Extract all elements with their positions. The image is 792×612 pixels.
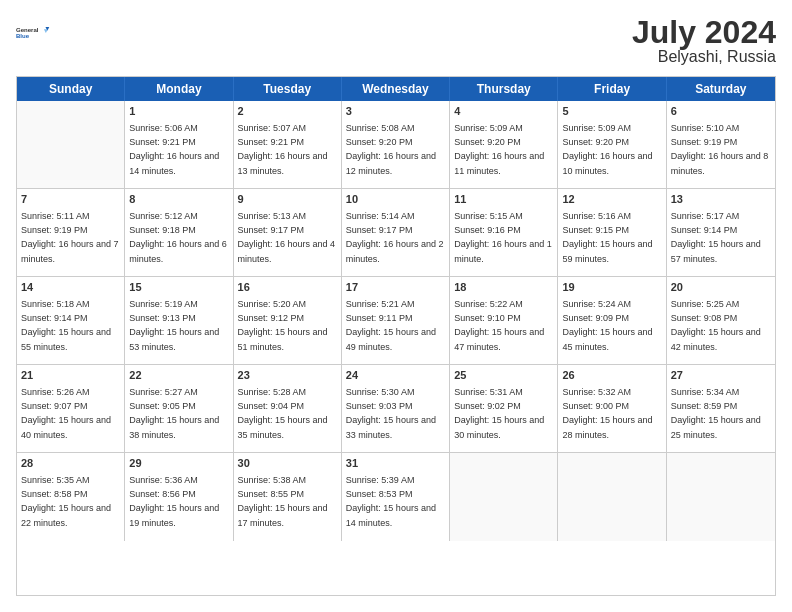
month-year: July 2024 (632, 16, 776, 48)
day-number: 9 (238, 192, 337, 207)
weekday-thursday: Thursday (450, 77, 558, 101)
calendar-cell: 14Sunrise: 5:18 AMSunset: 9:14 PMDayligh… (17, 277, 125, 365)
day-number: 15 (129, 280, 228, 295)
day-info: Sunrise: 5:35 AMSunset: 8:58 PMDaylight:… (21, 475, 111, 527)
day-number: 8 (129, 192, 228, 207)
calendar-cell: 3Sunrise: 5:08 AMSunset: 9:20 PMDaylight… (342, 101, 450, 189)
svg-marker-3 (44, 29, 48, 33)
day-number: 25 (454, 368, 553, 383)
calendar-cell (17, 101, 125, 189)
calendar-cell: 29Sunrise: 5:36 AMSunset: 8:56 PMDayligh… (125, 453, 233, 541)
day-number: 31 (346, 456, 445, 471)
day-info: Sunrise: 5:09 AMSunset: 9:20 PMDaylight:… (562, 123, 652, 175)
calendar-cell: 20Sunrise: 5:25 AMSunset: 9:08 PMDayligh… (667, 277, 775, 365)
day-info: Sunrise: 5:13 AMSunset: 9:17 PMDaylight:… (238, 211, 336, 263)
calendar-cell: 1Sunrise: 5:06 AMSunset: 9:21 PMDaylight… (125, 101, 233, 189)
calendar-cell: 6Sunrise: 5:10 AMSunset: 9:19 PMDaylight… (667, 101, 775, 189)
day-info: Sunrise: 5:21 AMSunset: 9:11 PMDaylight:… (346, 299, 436, 351)
day-number: 18 (454, 280, 553, 295)
calendar-cell: 30Sunrise: 5:38 AMSunset: 8:55 PMDayligh… (234, 453, 342, 541)
day-info: Sunrise: 5:19 AMSunset: 9:13 PMDaylight:… (129, 299, 219, 351)
calendar-cell: 24Sunrise: 5:30 AMSunset: 9:03 PMDayligh… (342, 365, 450, 453)
day-number: 27 (671, 368, 771, 383)
day-info: Sunrise: 5:25 AMSunset: 9:08 PMDaylight:… (671, 299, 761, 351)
day-info: Sunrise: 5:34 AMSunset: 8:59 PMDaylight:… (671, 387, 761, 439)
calendar-cell: 19Sunrise: 5:24 AMSunset: 9:09 PMDayligh… (558, 277, 666, 365)
day-info: Sunrise: 5:15 AMSunset: 9:16 PMDaylight:… (454, 211, 552, 263)
calendar-cell: 8Sunrise: 5:12 AMSunset: 9:18 PMDaylight… (125, 189, 233, 277)
calendar-cell: 28Sunrise: 5:35 AMSunset: 8:58 PMDayligh… (17, 453, 125, 541)
day-number: 4 (454, 104, 553, 119)
day-number: 2 (238, 104, 337, 119)
day-info: Sunrise: 5:24 AMSunset: 9:09 PMDaylight:… (562, 299, 652, 351)
day-info: Sunrise: 5:14 AMSunset: 9:17 PMDaylight:… (346, 211, 444, 263)
calendar-cell: 11Sunrise: 5:15 AMSunset: 9:16 PMDayligh… (450, 189, 558, 277)
calendar-cell (450, 453, 558, 541)
day-number: 14 (21, 280, 120, 295)
calendar-cell: 4Sunrise: 5:09 AMSunset: 9:20 PMDaylight… (450, 101, 558, 189)
calendar-cell (558, 453, 666, 541)
calendar-cell: 27Sunrise: 5:34 AMSunset: 8:59 PMDayligh… (667, 365, 775, 453)
day-number: 28 (21, 456, 120, 471)
day-number: 21 (21, 368, 120, 383)
logo-svg: General Blue (16, 16, 50, 50)
day-number: 3 (346, 104, 445, 119)
weekday-monday: Monday (125, 77, 233, 101)
svg-text:Blue: Blue (16, 33, 30, 39)
calendar-cell: 7Sunrise: 5:11 AMSunset: 9:19 PMDaylight… (17, 189, 125, 277)
day-number: 22 (129, 368, 228, 383)
day-info: Sunrise: 5:16 AMSunset: 9:15 PMDaylight:… (562, 211, 652, 263)
calendar-cell: 16Sunrise: 5:20 AMSunset: 9:12 PMDayligh… (234, 277, 342, 365)
calendar-cell (667, 453, 775, 541)
day-number: 19 (562, 280, 661, 295)
day-number: 23 (238, 368, 337, 383)
day-number: 6 (671, 104, 771, 119)
day-number: 26 (562, 368, 661, 383)
weekday-friday: Friday (558, 77, 666, 101)
day-number: 1 (129, 104, 228, 119)
day-number: 13 (671, 192, 771, 207)
day-info: Sunrise: 5:22 AMSunset: 9:10 PMDaylight:… (454, 299, 544, 351)
day-number: 16 (238, 280, 337, 295)
day-info: Sunrise: 5:10 AMSunset: 9:19 PMDaylight:… (671, 123, 769, 175)
weekday-saturday: Saturday (667, 77, 775, 101)
main-container: General Blue July 2024 Belyashi, Russia … (0, 0, 792, 612)
calendar-cell: 26Sunrise: 5:32 AMSunset: 9:00 PMDayligh… (558, 365, 666, 453)
calendar-cell: 12Sunrise: 5:16 AMSunset: 9:15 PMDayligh… (558, 189, 666, 277)
day-info: Sunrise: 5:06 AMSunset: 9:21 PMDaylight:… (129, 123, 219, 175)
day-info: Sunrise: 5:36 AMSunset: 8:56 PMDaylight:… (129, 475, 219, 527)
day-info: Sunrise: 5:31 AMSunset: 9:02 PMDaylight:… (454, 387, 544, 439)
weekday-sunday: Sunday (17, 77, 125, 101)
day-number: 5 (562, 104, 661, 119)
calendar-header: Sunday Monday Tuesday Wednesday Thursday… (17, 77, 775, 101)
calendar-cell: 21Sunrise: 5:26 AMSunset: 9:07 PMDayligh… (17, 365, 125, 453)
calendar-cell: 23Sunrise: 5:28 AMSunset: 9:04 PMDayligh… (234, 365, 342, 453)
day-info: Sunrise: 5:18 AMSunset: 9:14 PMDaylight:… (21, 299, 111, 351)
day-number: 12 (562, 192, 661, 207)
day-number: 11 (454, 192, 553, 207)
day-number: 20 (671, 280, 771, 295)
title-block: July 2024 Belyashi, Russia (632, 16, 776, 66)
weekday-tuesday: Tuesday (234, 77, 342, 101)
day-info: Sunrise: 5:27 AMSunset: 9:05 PMDaylight:… (129, 387, 219, 439)
day-number: 17 (346, 280, 445, 295)
calendar-cell: 9Sunrise: 5:13 AMSunset: 9:17 PMDaylight… (234, 189, 342, 277)
day-info: Sunrise: 5:38 AMSunset: 8:55 PMDaylight:… (238, 475, 328, 527)
calendar-cell: 22Sunrise: 5:27 AMSunset: 9:05 PMDayligh… (125, 365, 233, 453)
calendar-cell: 5Sunrise: 5:09 AMSunset: 9:20 PMDaylight… (558, 101, 666, 189)
location: Belyashi, Russia (632, 48, 776, 66)
day-info: Sunrise: 5:20 AMSunset: 9:12 PMDaylight:… (238, 299, 328, 351)
svg-text:General: General (16, 27, 39, 33)
calendar-body: 1Sunrise: 5:06 AMSunset: 9:21 PMDaylight… (17, 101, 775, 541)
header: General Blue July 2024 Belyashi, Russia (16, 16, 776, 66)
calendar-cell: 31Sunrise: 5:39 AMSunset: 8:53 PMDayligh… (342, 453, 450, 541)
calendar-cell: 25Sunrise: 5:31 AMSunset: 9:02 PMDayligh… (450, 365, 558, 453)
calendar-cell: 10Sunrise: 5:14 AMSunset: 9:17 PMDayligh… (342, 189, 450, 277)
day-number: 7 (21, 192, 120, 207)
day-info: Sunrise: 5:08 AMSunset: 9:20 PMDaylight:… (346, 123, 436, 175)
calendar-cell: 13Sunrise: 5:17 AMSunset: 9:14 PMDayligh… (667, 189, 775, 277)
weekday-wednesday: Wednesday (342, 77, 450, 101)
calendar: Sunday Monday Tuesday Wednesday Thursday… (16, 76, 776, 596)
day-number: 30 (238, 456, 337, 471)
day-number: 29 (129, 456, 228, 471)
